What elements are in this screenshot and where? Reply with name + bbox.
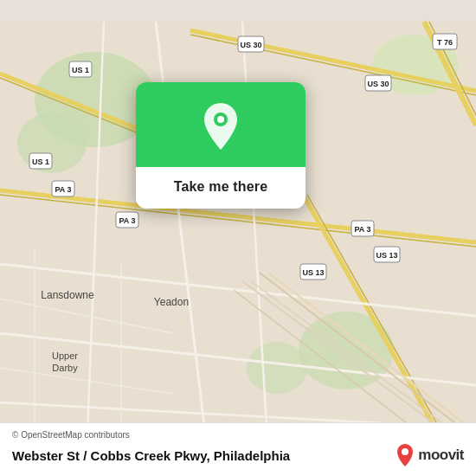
moovit-text: moovit <box>418 447 464 464</box>
svg-text:PA 3: PA 3 <box>354 225 370 234</box>
popup-card: Take me there <box>136 82 306 209</box>
svg-text:US 1: US 1 <box>72 66 89 74</box>
svg-text:US 13: US 13 <box>376 251 397 260</box>
svg-point-57 <box>402 448 408 455</box>
popup-top-section <box>136 82 306 167</box>
svg-text:US 30: US 30 <box>240 41 261 49</box>
location-title: Webster St / Cobbs Creek Pkwy, Philadelp… <box>12 448 290 463</box>
location-title-row: Webster St / Cobbs Creek Pkwy, Philadelp… <box>12 443 464 467</box>
svg-text:US 13: US 13 <box>302 268 324 277</box>
map-container: US 1 US 1 PA 3 PA 3 PA 3 US 30 US 30 US … <box>0 0 476 476</box>
svg-point-56 <box>217 116 224 123</box>
popup-bottom-section: Take me there <box>136 167 306 209</box>
svg-text:Lansdowne: Lansdowne <box>41 289 94 301</box>
svg-text:Yeadon: Yeadon <box>154 296 189 308</box>
svg-text:US 30: US 30 <box>367 80 389 88</box>
bottom-bar: © OpenStreetMap contributors Webster St … <box>0 422 476 476</box>
map-background: US 1 US 1 PA 3 PA 3 PA 3 US 30 US 30 US … <box>0 0 476 476</box>
svg-text:T 76: T 76 <box>437 38 453 47</box>
svg-text:PA 3: PA 3 <box>119 216 135 225</box>
map-attribution: © OpenStreetMap contributors <box>12 430 464 440</box>
svg-text:PA 3: PA 3 <box>55 185 71 194</box>
svg-text:Upper: Upper <box>52 351 78 361</box>
svg-point-4 <box>247 342 307 394</box>
moovit-pin-icon <box>396 443 415 467</box>
moovit-logo: moovit <box>396 443 464 467</box>
svg-text:Darby: Darby <box>52 363 78 373</box>
svg-text:US 1: US 1 <box>32 158 49 166</box>
take-me-there-button[interactable]: Take me there <box>174 179 268 195</box>
location-pin-icon <box>200 101 241 151</box>
